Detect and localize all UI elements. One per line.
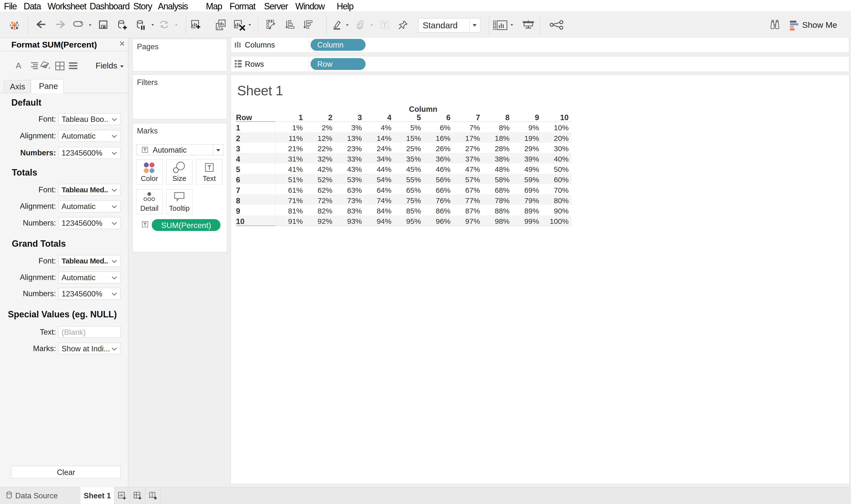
svg-text:T: T: [383, 22, 387, 28]
svg-text:A: A: [16, 61, 21, 70]
